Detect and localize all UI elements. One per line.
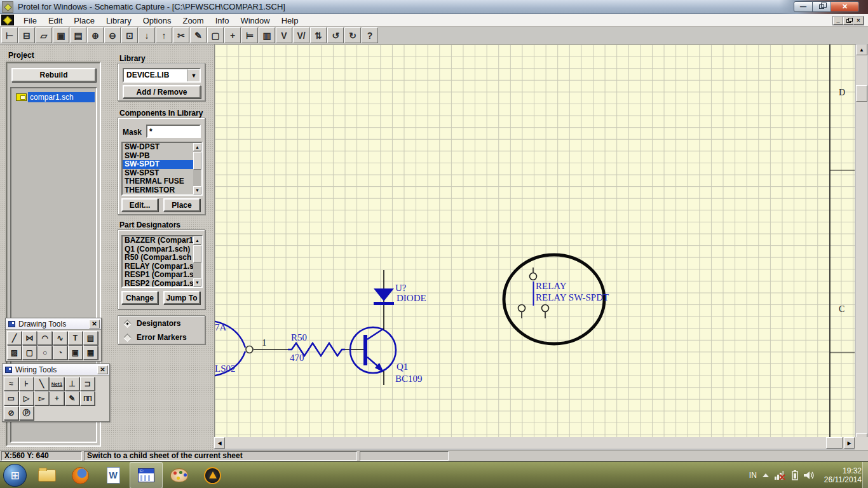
scrollbar-thumb[interactable] bbox=[856, 85, 867, 102]
tool-pie[interactable]: ◔ bbox=[53, 346, 67, 360]
library-dropdown[interactable]: DEVICE.LIB ▼ bbox=[123, 68, 201, 83]
project-file-compar1[interactable]: compar1.sch bbox=[11, 92, 96, 102]
designator-list-item[interactable]: RELAY (Compar1.s bbox=[123, 262, 193, 271]
document-menu-icon[interactable] bbox=[1, 15, 14, 25]
nor-gate[interactable]: 7A LS02 bbox=[215, 320, 253, 377]
scrollbar-thumb[interactable] bbox=[193, 245, 201, 263]
clock[interactable]: 19:32 26/11/2014 bbox=[824, 466, 862, 484]
mask-input[interactable] bbox=[146, 125, 201, 138]
add-remove-button[interactable]: Add / Remove bbox=[123, 85, 201, 98]
ascend-sheet-button[interactable]: ↑ bbox=[156, 27, 172, 43]
tool-line[interactable]: ╱ bbox=[7, 331, 22, 345]
option-error-markers[interactable]: Error Markers bbox=[125, 331, 205, 344]
designator-list-item[interactable]: BAZZER (Compar1 bbox=[123, 236, 193, 245]
menu-item[interactable]: Place bbox=[68, 14, 100, 27]
place-component-button[interactable]: Place bbox=[163, 198, 200, 212]
component-list-item[interactable]: THERMAL FUSE bbox=[123, 177, 193, 186]
project-hierarchy-button[interactable]: ⊢ bbox=[1, 27, 18, 43]
menu-item[interactable]: Help bbox=[276, 14, 304, 27]
diode-u[interactable]: U? DIODE bbox=[374, 283, 426, 305]
annotate-button[interactable]: ⇅ bbox=[310, 27, 327, 43]
close-button[interactable]: ✕ bbox=[831, 1, 859, 12]
scrollbar-thumb[interactable] bbox=[826, 437, 843, 449]
zoom-area-button[interactable]: ⊡ bbox=[121, 27, 138, 43]
component-list-item[interactable]: SW-DPST bbox=[123, 143, 193, 152]
open-button[interactable]: ▱ bbox=[36, 27, 52, 43]
zoom-out-button[interactable]: ⊖ bbox=[104, 27, 121, 43]
help-button[interactable]: ? bbox=[362, 27, 378, 43]
scroll-down-icon[interactable]: ▼ bbox=[193, 186, 201, 194]
component-list-scrollbar[interactable]: ▲ ▼ bbox=[193, 143, 201, 194]
menu-item[interactable]: Zoom bbox=[177, 14, 209, 27]
redo-button[interactable]: ↻ bbox=[344, 27, 361, 43]
component-list-item[interactable]: SW-SPDT bbox=[123, 160, 193, 169]
designator-list-scrollbar[interactable]: ▲ ▼ bbox=[193, 236, 201, 287]
menu-item[interactable]: File bbox=[18, 14, 43, 27]
taskbar-protel-button[interactable] bbox=[130, 462, 163, 488]
tool-junction[interactable]: + bbox=[50, 391, 64, 405]
cut-button[interactable]: ✂ bbox=[173, 27, 189, 43]
change-button[interactable]: Change bbox=[121, 291, 158, 304]
tool-probe[interactable]: ✎ bbox=[65, 391, 79, 405]
tool-bus[interactable]: ⊦ bbox=[19, 377, 34, 391]
network-icon[interactable] bbox=[775, 471, 786, 480]
diamond-radio-icon[interactable] bbox=[123, 334, 132, 342]
tool-bezier[interactable]: ∿ bbox=[53, 331, 67, 345]
taskbar-firefox-button[interactable] bbox=[64, 462, 97, 488]
save-button[interactable]: ▣ bbox=[53, 27, 69, 43]
mdi-close-button[interactable]: × bbox=[853, 17, 864, 25]
menu-item[interactable]: Library bbox=[100, 14, 137, 27]
scroll-up-icon[interactable]: ▲ bbox=[193, 143, 201, 151]
designator-list-item[interactable]: Q1 (Compar1.sch) bbox=[123, 245, 193, 254]
volume-icon[interactable] bbox=[804, 471, 815, 480]
designator-list-item[interactable]: RESP2 (Compar1.s bbox=[123, 280, 193, 288]
menu-item[interactable]: Edit bbox=[43, 14, 68, 27]
close-icon[interactable]: ✕ bbox=[89, 320, 100, 329]
start-button[interactable]: ⊞ bbox=[3, 464, 27, 487]
scroll-down-icon[interactable]: ▼ bbox=[193, 278, 201, 287]
tool-stimulus[interactable]: ΠΠ bbox=[80, 391, 95, 405]
zoom-in-button[interactable]: ⊕ bbox=[87, 27, 104, 43]
relay-component[interactable]: RELAY RELAY SW-SPDT bbox=[504, 255, 609, 344]
wiring-tools-toggle[interactable]: V bbox=[276, 27, 292, 43]
mdi-minimize-button[interactable]: _ bbox=[833, 17, 843, 25]
tool-part[interactable]: ⊐ bbox=[80, 377, 95, 391]
restore-button[interactable] bbox=[813, 1, 831, 12]
tool-text-frame[interactable]: ▤ bbox=[83, 331, 98, 345]
scroll-up-icon[interactable]: ▲ bbox=[193, 236, 201, 245]
menu-item[interactable]: Options bbox=[137, 14, 177, 27]
sheet-symbols-button[interactable]: ⊟ bbox=[18, 27, 35, 43]
mdi-restore-button[interactable] bbox=[843, 17, 853, 25]
scroll-left-icon[interactable]: ◀ bbox=[214, 437, 225, 449]
component-list-item[interactable]: SW-SPST bbox=[123, 169, 193, 178]
move-button[interactable]: + bbox=[224, 27, 241, 43]
component-list[interactable]: SW-DPSTSW-PBSW-SPDTSW-SPSTTHERMAL FUSETH… bbox=[121, 142, 203, 196]
scroll-up-icon[interactable]: ▲ bbox=[856, 44, 867, 55]
undo-button[interactable]: ↺ bbox=[327, 27, 344, 43]
designator-list-item[interactable]: R50 (Compar1.sch bbox=[123, 254, 193, 262]
tool-bus-entry[interactable]: ╲ bbox=[34, 377, 49, 391]
drawing-tools-titlebar[interactable]: Drawing Tools ✕ bbox=[6, 318, 101, 330]
tool-polygon[interactable]: ⋈ bbox=[22, 331, 37, 345]
taskbar-paint-button[interactable] bbox=[163, 462, 196, 488]
tool-arc[interactable]: ◠ bbox=[37, 331, 52, 345]
rebuild-button[interactable]: Rebuild bbox=[11, 68, 96, 82]
tool-pcb-directive[interactable]: Ⓟ bbox=[19, 406, 34, 420]
battery-icon[interactable] bbox=[792, 470, 798, 480]
tool-no-erc[interactable]: ⊘ bbox=[4, 406, 18, 420]
schematic-canvas[interactable]: D C 7A LS02 1 R50 470 bbox=[214, 44, 855, 437]
net-wire[interactable]: 1 bbox=[254, 337, 288, 349]
option-designators[interactable]: Designators bbox=[125, 317, 205, 330]
tool-image[interactable]: ▣ bbox=[68, 346, 83, 360]
part-browser-button[interactable]: ▥ bbox=[259, 27, 275, 43]
wire-mode-button[interactable]: ⊨ bbox=[241, 27, 258, 43]
hidden-icons-icon[interactable] bbox=[763, 473, 769, 477]
tool-wire[interactable]: ≈ bbox=[4, 377, 18, 391]
tool-net-label[interactable]: Net1 bbox=[50, 377, 64, 391]
tool-port[interactable]: ▻ bbox=[34, 391, 49, 405]
dropdown-arrow-icon[interactable]: ▼ bbox=[187, 69, 200, 81]
drawing-tools-toggle[interactable]: V/ bbox=[293, 27, 309, 43]
tool-sheet-symbol[interactable]: ▭ bbox=[4, 391, 18, 405]
taskbar-word-button[interactable] bbox=[97, 462, 130, 488]
menu-item[interactable]: Window bbox=[234, 14, 275, 27]
